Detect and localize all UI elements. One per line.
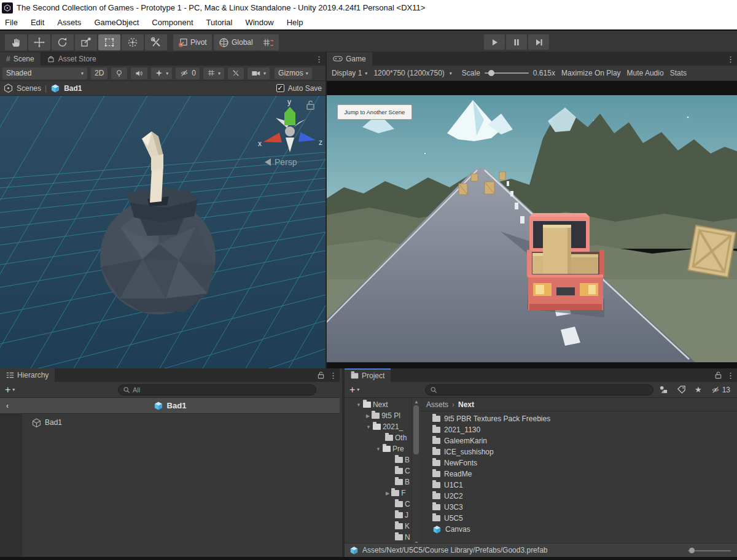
scene-audio-button[interactable]: [131, 68, 147, 79]
move-icon: [33, 37, 45, 48]
project-menu-kebab-icon[interactable]: ⋮: [727, 371, 735, 380]
tab-hierarchy[interactable]: Hierarchy: [0, 368, 55, 382]
asset-folder-row[interactable]: GaleemKarin: [432, 435, 487, 446]
favorites-star-icon[interactable]: ★: [695, 385, 702, 394]
hierarchy-search-input[interactable]: All: [118, 384, 316, 395]
move-tool-button[interactable]: [28, 34, 50, 50]
scene-menu-kebab-icon[interactable]: ⋮: [315, 55, 323, 64]
menu-window[interactable]: Window: [245, 18, 273, 27]
hidden-packages-toggle[interactable]: 13: [711, 386, 730, 394]
asset-prefab-row[interactable]: Canvas: [432, 524, 470, 535]
step-button[interactable]: [528, 34, 549, 50]
asset-folder-row[interactable]: U2C2: [432, 491, 463, 502]
menu-assets[interactable]: Assets: [57, 18, 81, 27]
scene-grid-dropdown[interactable]: ▾: [203, 68, 224, 79]
tree-item[interactable]: ▼Pre: [376, 443, 404, 454]
menu-help[interactable]: Help: [287, 18, 303, 27]
scrollbar-thumb[interactable]: [413, 405, 419, 454]
game-viewport[interactable]: Jump to Another Scene: [327, 81, 737, 368]
tree-item[interactable]: ▼Next: [356, 399, 388, 410]
auto-save-checkbox[interactable]: ✓: [276, 84, 284, 92]
search-placeholder: All: [133, 386, 140, 394]
scene-viewport[interactable]: y x z Persp: [0, 96, 326, 368]
scroll-up-icon[interactable]: ▲: [413, 399, 419, 405]
create-asset-dropdown[interactable]: + ▾: [349, 384, 359, 395]
breadcrumb-prefab[interactable]: Bad1: [64, 84, 82, 93]
scene-camera-dropdown[interactable]: ▾: [248, 68, 270, 79]
pivot-toggle-button[interactable]: Pivot: [173, 34, 212, 50]
asset-folder-row[interactable]: NewFonts: [432, 457, 477, 469]
tree-item[interactable]: B: [395, 476, 410, 488]
jump-scene-button[interactable]: Jump to Another Scene: [337, 104, 412, 120]
pause-button[interactable]: [506, 34, 527, 50]
axis-y-label: y: [287, 98, 291, 106]
tree-item[interactable]: C: [395, 499, 410, 510]
asset-folder-row[interactable]: 9t5 PBR Textures Pack Freebies: [432, 413, 550, 424]
asset-folder-row[interactable]: U1C1: [432, 480, 463, 491]
scene-lighting-button[interactable]: [111, 68, 127, 79]
hierarchy-menu-kebab-icon[interactable]: ⋮: [329, 371, 337, 380]
search-by-label-icon[interactable]: [677, 385, 686, 394]
tab-scene[interactable]: # Scene: [0, 52, 41, 66]
project-toolbar: + ▾ ★ 13: [345, 382, 737, 398]
breadcrumb-current[interactable]: Next: [458, 400, 474, 409]
tab-project[interactable]: Project: [345, 368, 391, 382]
asset-folder-row[interactable]: 2021_1130: [432, 424, 480, 435]
transform-tool-button[interactable]: [122, 34, 144, 50]
mute-audio-button[interactable]: Mute Audio: [627, 69, 664, 77]
menu-component[interactable]: Component: [152, 18, 193, 27]
tree-item[interactable]: J: [395, 510, 408, 521]
thumbnail-zoom-slider[interactable]: [688, 550, 731, 551]
tree-item[interactable]: N: [395, 532, 410, 543]
tree-item[interactable]: ▶F: [386, 488, 406, 499]
menu-file[interactable]: File: [5, 18, 18, 27]
lock-icon[interactable]: [715, 371, 722, 379]
create-object-dropdown[interactable]: + ▾: [5, 384, 15, 395]
gizmos-dropdown[interactable]: Gizmos ▾: [275, 68, 312, 79]
rect-tool-button[interactable]: [98, 34, 120, 50]
resolution-dropdown[interactable]: 1200*750 (1200x750) ▾: [373, 69, 451, 77]
scale-slider[interactable]: [485, 72, 529, 74]
tree-item[interactable]: K: [395, 521, 410, 532]
lock-icon[interactable]: [318, 371, 324, 379]
scale-tool-button[interactable]: [75, 34, 97, 50]
asset-folder-row[interactable]: ICE_sushishop: [432, 446, 494, 457]
scene-tools-button[interactable]: [228, 68, 244, 79]
grid-snap-button[interactable]: [257, 34, 279, 50]
display-dropdown[interactable]: Display 1 ▾: [332, 69, 367, 77]
tree-item[interactable]: ▶9t5 Pl: [366, 410, 400, 421]
asset-folder-row[interactable]: U5C5: [432, 513, 463, 524]
custom-tool-button[interactable]: [145, 34, 167, 50]
game-menu-kebab-icon[interactable]: ⋮: [727, 55, 735, 64]
menu-edit[interactable]: Edit: [31, 18, 44, 27]
shading-mode-dropdown[interactable]: Shaded▾: [2, 68, 87, 79]
rotate-tool-button[interactable]: [52, 34, 74, 50]
scene-visibility-button[interactable]: 0: [176, 68, 200, 79]
tree-scrollbar[interactable]: ▲ ▼: [411, 398, 420, 557]
2d-toggle-button[interactable]: 2D: [91, 68, 107, 79]
tab-game[interactable]: Game: [327, 52, 372, 66]
breadcrumb-scenes[interactable]: Scenes: [17, 84, 41, 93]
asset-folder-row[interactable]: U3C3: [432, 502, 463, 513]
scene-effects-dropdown[interactable]: ▾: [151, 68, 172, 79]
asset-folder-row[interactable]: ReadMe: [432, 469, 472, 480]
tree-item[interactable]: C: [395, 465, 410, 476]
maximize-on-play-button[interactable]: Maximize On Play: [561, 69, 621, 77]
hierarchy-item-bad1[interactable]: Bad1: [22, 416, 62, 429]
play-button[interactable]: [484, 34, 505, 50]
hand-tool-button[interactable]: [5, 34, 27, 50]
menu-tutorial[interactable]: Tutorial: [206, 18, 233, 27]
tree-item[interactable]: Oth: [385, 432, 407, 443]
search-by-type-icon[interactable]: [659, 385, 668, 394]
menu-gameobject[interactable]: GameObject: [94, 18, 139, 27]
prefab-header-title[interactable]: Bad1: [0, 401, 340, 411]
tree-item[interactable]: B: [395, 454, 410, 465]
project-search-input[interactable]: [425, 384, 653, 395]
tab-asset-store[interactable]: Asset Store: [41, 52, 103, 66]
global-toggle-button[interactable]: Global: [214, 34, 258, 50]
breadcrumb-assets[interactable]: Assets: [426, 400, 448, 409]
scale-slider-knob[interactable]: [488, 70, 494, 76]
zoom-slider-knob[interactable]: [689, 548, 695, 553]
stats-button[interactable]: Stats: [670, 69, 687, 77]
tree-item[interactable]: ▼2021_: [366, 421, 403, 432]
